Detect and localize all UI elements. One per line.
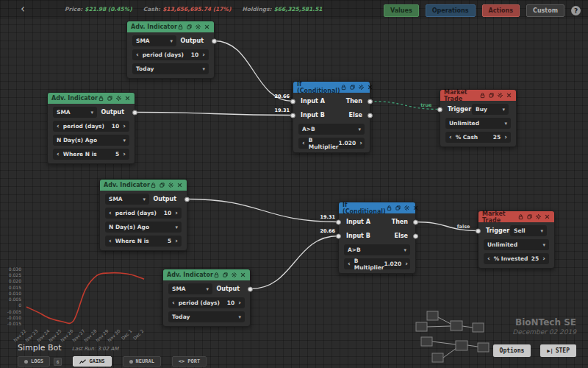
stepper-increment[interactable]: › bbox=[123, 151, 126, 158]
question-icon[interactable]: ? bbox=[571, 6, 581, 15]
gear-icon[interactable] bbox=[497, 92, 503, 99]
copy-icon[interactable] bbox=[395, 205, 401, 211]
stepper-increment[interactable]: › bbox=[542, 255, 545, 262]
gear-icon[interactable] bbox=[168, 182, 174, 188]
copy-icon[interactable] bbox=[349, 84, 356, 91]
close-icon[interactable] bbox=[240, 272, 246, 278]
copy-icon[interactable] bbox=[159, 182, 165, 188]
gains-tab[interactable]: GAINS bbox=[73, 356, 111, 367]
node-adv-indicator-3[interactable]: Adv. Indicator SMA▾ Output ‹ period (day… bbox=[99, 179, 187, 251]
stepper-decrement[interactable]: ‹ bbox=[302, 140, 305, 146]
lock-icon[interactable] bbox=[177, 24, 184, 30]
stepper-decrement[interactable]: ‹ bbox=[487, 255, 490, 262]
trigger-port[interactable] bbox=[476, 228, 481, 233]
period-stepper[interactable]: ‹ period (days) 10 › bbox=[105, 208, 182, 219]
n-days-stepper[interactable]: ‹ Where N is 5 › bbox=[105, 236, 182, 247]
stepper-increment[interactable]: › bbox=[504, 134, 507, 141]
chevron-left-icon[interactable]: ‹ bbox=[21, 2, 25, 15]
indicator-type-select[interactable]: SMA▾ bbox=[132, 35, 176, 46]
gear-icon[interactable] bbox=[535, 213, 542, 220]
operations-button[interactable]: Operations bbox=[426, 4, 476, 17]
stepper-decrement[interactable]: ‹ bbox=[109, 238, 112, 244]
node-title-bar[interactable]: Adv. Indicator bbox=[163, 269, 250, 280]
stepper-increment[interactable]: › bbox=[405, 261, 408, 267]
lock-icon[interactable] bbox=[517, 213, 524, 220]
timeframe-select[interactable]: Today▾ bbox=[168, 311, 245, 322]
lock-icon[interactable] bbox=[213, 272, 220, 278]
b-multiplier-stepper[interactable]: ‹ B Multiplier 1.020 › bbox=[344, 258, 410, 269]
input-a-port[interactable] bbox=[336, 219, 341, 224]
step-button[interactable]: ▶| STEP bbox=[540, 344, 576, 357]
lock-icon[interactable] bbox=[386, 205, 392, 211]
node-adv-indicator-1[interactable]: Adv. Indicator SMA▾ Output ‹ period (day… bbox=[126, 21, 215, 79]
node-adv-indicator-2[interactable]: Adv. Indicator SMA▾ Output ‹ period (day… bbox=[47, 92, 135, 164]
node-editor-canvas[interactable]: truefalse 0.0300.0250.0200.0150.0100.005… bbox=[0, 0, 588, 368]
stepper-increment[interactable]: › bbox=[175, 210, 178, 216]
node-if-conditional-2[interactable]: If (Conditional) 19.31 Input A Then 20.6… bbox=[338, 202, 416, 274]
n-days-stepper[interactable]: ‹ Where N is 5 › bbox=[53, 149, 129, 160]
input-b-port[interactable] bbox=[336, 233, 341, 238]
node-market-trade-1[interactable]: Market Trade Trigger Buy▾ Unlimited▾ ‹ %… bbox=[440, 89, 517, 147]
stepper-decrement[interactable]: ‹ bbox=[136, 52, 139, 58]
indicator-type-select[interactable]: SMA▾ bbox=[53, 107, 97, 118]
close-icon[interactable] bbox=[412, 205, 419, 211]
logs-tab[interactable]: LOGS bbox=[18, 356, 50, 367]
then-port[interactable] bbox=[368, 99, 373, 104]
stepper-decrement[interactable]: ‹ bbox=[57, 151, 60, 158]
copy-icon[interactable] bbox=[222, 272, 229, 278]
stepper-decrement[interactable]: ‹ bbox=[449, 134, 452, 141]
gear-icon[interactable] bbox=[404, 205, 410, 211]
period-stepper[interactable]: ‹ period (days) 10 › bbox=[53, 121, 129, 132]
input-a-port[interactable] bbox=[290, 99, 295, 104]
output-port[interactable] bbox=[132, 110, 137, 115]
b-multiplier-stepper[interactable]: ‹ B Multiplier 1.020 › bbox=[298, 138, 365, 149]
lock-icon[interactable] bbox=[98, 95, 104, 102]
trade-action-select[interactable]: Buy▾ bbox=[472, 104, 509, 115]
stepper-increment[interactable]: › bbox=[359, 140, 362, 146]
input-b-port[interactable] bbox=[290, 113, 295, 118]
values-button[interactable]: Values bbox=[384, 4, 419, 17]
close-icon[interactable] bbox=[367, 84, 373, 91]
limit-select[interactable]: Unlimited▾ bbox=[484, 239, 549, 250]
close-icon[interactable] bbox=[506, 92, 512, 99]
period-stepper[interactable]: ‹ period (days) 10 › bbox=[132, 49, 209, 60]
lock-icon[interactable] bbox=[150, 182, 157, 188]
output-port[interactable] bbox=[248, 286, 253, 291]
options-button[interactable]: Options bbox=[493, 344, 531, 357]
node-adv-indicator-4[interactable]: Adv. Indicator SMA▾ Output ‹ period (day… bbox=[162, 269, 251, 327]
actions-button[interactable]: Actions bbox=[482, 4, 520, 17]
timeframe-select[interactable]: N Day(s) Ago▾ bbox=[53, 135, 129, 146]
indicator-type-select[interactable]: SMA▾ bbox=[168, 283, 212, 294]
else-port[interactable] bbox=[413, 233, 418, 238]
trade-action-select[interactable]: Sell▾ bbox=[510, 225, 547, 236]
stepper-increment[interactable]: › bbox=[238, 300, 241, 306]
lock-icon[interactable] bbox=[479, 92, 486, 99]
neural-tab[interactable]: NEURAL bbox=[123, 356, 161, 367]
limit-select[interactable]: Unlimited▾ bbox=[445, 118, 511, 129]
trigger-port[interactable] bbox=[437, 107, 442, 112]
port-tab[interactable]: <> PORT bbox=[172, 356, 207, 367]
gear-icon[interactable] bbox=[195, 24, 201, 30]
output-port[interactable] bbox=[184, 197, 190, 202]
copy-icon[interactable] bbox=[488, 92, 495, 99]
amount-stepper[interactable]: ‹ % Cash 25 › bbox=[445, 132, 511, 143]
copy-icon[interactable] bbox=[107, 95, 113, 102]
close-icon[interactable] bbox=[204, 24, 210, 30]
stepper-increment[interactable]: › bbox=[202, 52, 205, 58]
stepper-increment[interactable]: › bbox=[123, 123, 126, 130]
stepper-increment[interactable]: › bbox=[175, 238, 178, 244]
close-icon[interactable] bbox=[176, 182, 183, 188]
node-if-conditional-1[interactable]: If (Conditional) 20.66 Input A Then 19.3… bbox=[293, 81, 370, 153]
gear-icon[interactable] bbox=[231, 272, 237, 278]
else-port[interactable] bbox=[368, 113, 373, 118]
then-port[interactable] bbox=[413, 219, 418, 224]
gear-icon[interactable] bbox=[115, 95, 122, 102]
node-title-bar[interactable]: Adv. Indicator bbox=[100, 180, 187, 191]
stepper-decrement[interactable]: ‹ bbox=[109, 210, 112, 216]
node-title-bar[interactable]: Adv. Indicator bbox=[127, 21, 214, 32]
stepper-decrement[interactable]: ‹ bbox=[172, 300, 175, 306]
stepper-decrement[interactable]: ‹ bbox=[348, 261, 351, 267]
output-port[interactable] bbox=[212, 38, 217, 43]
node-title-bar[interactable]: Market Trade bbox=[478, 211, 554, 222]
node-market-trade-2[interactable]: Market Trade Trigger Sell▾ Unlimited▾ ‹ … bbox=[478, 210, 555, 269]
